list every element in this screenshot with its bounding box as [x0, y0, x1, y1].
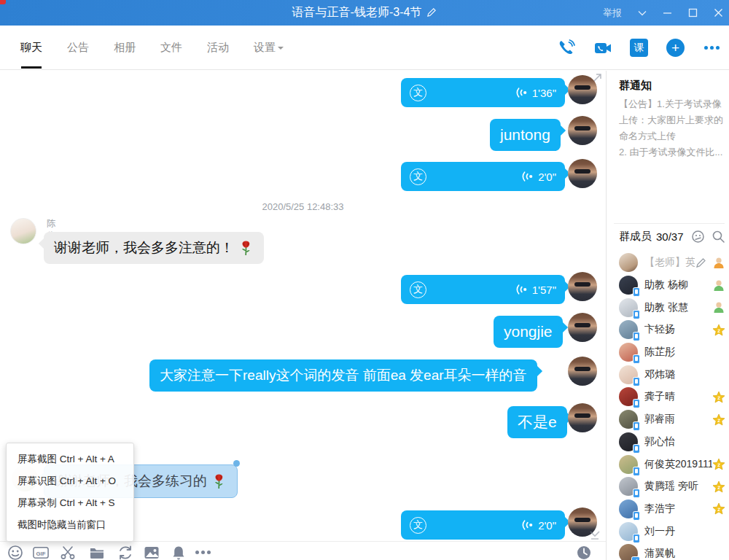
member-row[interactable]: 助教 杨柳: [607, 274, 729, 297]
avatar[interactable]: [568, 159, 597, 188]
avatar: [619, 276, 638, 295]
member-row[interactable]: 李浩宇: [607, 498, 729, 521]
group-notice-title: 群通知: [619, 79, 652, 93]
member-row[interactable]: 郭心怡: [607, 431, 729, 454]
avatar[interactable]: [568, 272, 597, 301]
avatar: [619, 522, 638, 541]
avatar[interactable]: [568, 116, 597, 145]
member-list[interactable]: 【老师】英 助教 杨柳 助教 张慧 卞轻扬 陈芷彤: [607, 252, 729, 560]
member-row[interactable]: 陈芷彤: [607, 341, 729, 364]
member-row[interactable]: 【老师】英: [607, 252, 729, 274]
mobile-badge-icon: [633, 511, 640, 521]
voice-duration: 2'0": [538, 519, 556, 532]
avatar: ★: [619, 544, 638, 560]
member-row[interactable]: 卞轻扬: [607, 319, 729, 341]
video-call-button[interactable]: [593, 38, 612, 58]
class-button[interactable]: 课: [629, 38, 649, 58]
avatar[interactable]: [568, 313, 597, 342]
tab-settings[interactable]: 设置: [254, 41, 284, 55]
message-text-content: 谢谢老师，我会多多注意的！: [54, 238, 234, 257]
member-name: 李浩宇: [644, 502, 712, 516]
minimize-button[interactable]: [663, 8, 672, 18]
voice-to-text-icon[interactable]: 文: [410, 85, 426, 101]
voice-to-text-icon[interactable]: 文: [410, 517, 426, 534]
avatar[interactable]: [10, 218, 36, 244]
tab-activity[interactable]: 活动: [207, 41, 229, 55]
notice-item: 2. 由于考试录像文件比...: [619, 144, 725, 160]
message-text-content: juntong: [500, 126, 550, 144]
avatar: [619, 387, 638, 406]
online-status-icon: [712, 301, 725, 314]
divider: [614, 223, 725, 224]
gif-icon[interactable]: GIF: [33, 545, 49, 560]
member-name: 郭心怡: [644, 435, 725, 448]
voice-duration: 2'0": [538, 171, 556, 183]
scroll-to-bottom-icon[interactable]: [588, 529, 601, 541]
mobile-badge-icon: [633, 287, 640, 297]
voice-to-text-icon[interactable]: 文: [410, 281, 426, 298]
member-row[interactable]: 邓炜璐: [607, 363, 729, 386]
member-name: 邓炜璐: [644, 368, 725, 381]
emoji-icon[interactable]: [7, 545, 23, 560]
speaker-icon: [514, 284, 528, 295]
member-name: 卞轻扬: [644, 323, 712, 336]
scissors-icon: [60, 545, 76, 560]
avatar[interactable]: [568, 75, 597, 104]
avatar: [619, 298, 638, 317]
speaker-icon: [514, 87, 528, 98]
plus-icon: +: [666, 39, 685, 57]
selection-handle[interactable]: [233, 460, 240, 467]
avatar: [619, 432, 638, 451]
star-icon: [712, 324, 725, 336]
message-history-icon[interactable]: [576, 545, 592, 560]
file-folder-icon[interactable]: [89, 545, 105, 560]
bell-icon[interactable]: [171, 545, 187, 560]
star-icon: [712, 391, 725, 403]
member-row[interactable]: ★ 蒲翼帆: [607, 542, 729, 560]
member-row[interactable]: 龚子晴: [607, 386, 729, 408]
member-row[interactable]: 何俊英20191110: [607, 453, 729, 475]
chevron-down-icon[interactable]: [638, 10, 647, 16]
member-row[interactable]: 黄腾瑶 旁听: [607, 475, 729, 498]
tab-chat[interactable]: 聊天: [20, 41, 42, 55]
swap-arrows-icon[interactable]: [117, 545, 133, 560]
avatar[interactable]: [568, 357, 597, 386]
tab-album[interactable]: 相册: [114, 41, 136, 55]
menu-item-screen-ocr[interactable]: 屏幕识图 Ctrl + Alt + O: [7, 470, 133, 492]
members-title: 群成员: [619, 230, 652, 244]
edit-title-icon[interactable]: [426, 7, 437, 18]
rose-emoji: [211, 473, 227, 490]
voice-call-button[interactable]: [556, 38, 576, 58]
mobile-badge-icon: [633, 534, 640, 543]
member-row[interactable]: 郭睿雨: [607, 408, 729, 431]
search-icon[interactable]: [712, 230, 725, 244]
report-button[interactable]: 举报: [603, 7, 622, 20]
add-button[interactable]: +: [666, 38, 685, 58]
maximize-button[interactable]: [688, 8, 698, 18]
class-badge: 课: [630, 39, 648, 57]
more-tools-button[interactable]: [195, 551, 211, 560]
screenshot-button[interactable]: [60, 545, 76, 560]
message-list[interactable]: 文 1'36" juntong 文 2'0" 2020/5/25 12:48:3…: [0, 71, 606, 560]
tab-announcement[interactable]: 公告: [67, 41, 89, 55]
mute-all-icon[interactable]: [691, 230, 705, 244]
voice-to-text-icon[interactable]: 文: [410, 168, 426, 185]
more-button[interactable]: [702, 38, 722, 58]
message-text-content: 不是e: [518, 412, 557, 432]
avatar: [619, 320, 638, 339]
group-notice-body[interactable]: 【公告】1.关于考试录像上传：大家图片上要求的命名方式上传 2. 由于考试录像文…: [619, 96, 725, 160]
edit-card-icon[interactable]: [695, 257, 707, 269]
menu-item-screen-record[interactable]: 屏幕录制 Ctrl + Alt + S: [7, 492, 133, 514]
close-button[interactable]: [714, 8, 723, 18]
more-dots-icon: [195, 551, 211, 554]
members-count: 30/37: [656, 230, 684, 243]
member-row[interactable]: 助教 张慧: [607, 296, 729, 319]
tab-files[interactable]: 文件: [160, 41, 182, 55]
member-name: 助教 张慧: [644, 301, 712, 314]
avatar[interactable]: [568, 403, 597, 432]
message-voice[interactable]: 文 2'0": [0, 71, 29, 100]
image-icon[interactable]: [144, 545, 160, 560]
member-row[interactable]: 刘一丹: [607, 520, 729, 542]
menu-item-hide-window[interactable]: 截图时隐藏当前窗口: [7, 514, 133, 536]
menu-item-screen-capture[interactable]: 屏幕截图 Ctrl + Alt + A: [7, 448, 133, 470]
